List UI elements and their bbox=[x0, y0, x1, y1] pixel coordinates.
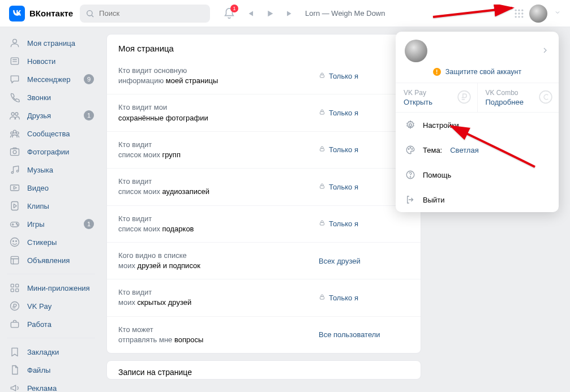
privacy-value[interactable]: Только я bbox=[319, 219, 409, 228]
sidebar-item-label: Работа bbox=[27, 320, 52, 329]
sidebar-item-chat[interactable]: Мессенджер 9 bbox=[5, 70, 97, 88]
news-icon bbox=[9, 55, 20, 67]
svg-line-1 bbox=[92, 15, 93, 17]
privacy-value[interactable]: Только я bbox=[319, 294, 409, 302]
theme-value: Светлая bbox=[450, 146, 478, 154]
sidebar-item-label: Друзья bbox=[27, 111, 51, 120]
sidebar-item-video[interactable]: Видео bbox=[5, 179, 97, 197]
profile-dropdown: ! Защитите свой аккаунт VK Pay Открыть V… bbox=[396, 32, 559, 212]
sidebar-item-adv[interactable]: Реклама bbox=[5, 379, 97, 392]
sidebar-item-label: Объявления bbox=[27, 256, 70, 265]
avatar[interactable] bbox=[529, 5, 547, 23]
search-input[interactable] bbox=[80, 5, 210, 23]
sidebar-item-news[interactable]: Новости bbox=[5, 52, 97, 70]
now-playing[interactable]: Lorn — Weigh Me Down bbox=[305, 9, 385, 18]
work-icon bbox=[9, 318, 20, 330]
lock-icon bbox=[319, 145, 325, 154]
sidebar-item-friends[interactable]: Друзья 1 bbox=[5, 106, 97, 124]
wall-card: Записи на странице bbox=[106, 360, 421, 380]
lock-icon bbox=[319, 72, 325, 80]
sidebar-item-label: Видео bbox=[27, 184, 49, 192]
svg-point-10 bbox=[521, 16, 523, 18]
sidebar-item-ads[interactable]: Объявления bbox=[5, 251, 97, 269]
help-icon bbox=[405, 169, 416, 180]
svg-point-5 bbox=[515, 12, 517, 14]
search-field[interactable] bbox=[99, 9, 204, 18]
search-icon bbox=[85, 9, 95, 18]
privacy-value[interactable]: Всех друзей bbox=[319, 257, 409, 265]
play-icon bbox=[265, 8, 275, 19]
sidebar-item-bookmark[interactable]: Закладки bbox=[5, 343, 97, 361]
sidebar: Моя страница Новости Мессенджер 9 Звонки… bbox=[0, 27, 102, 392]
theme-item[interactable]: Тема: Светлая bbox=[396, 137, 559, 162]
notifications-button[interactable]: 1 bbox=[219, 3, 239, 24]
svg-point-18 bbox=[11, 132, 13, 134]
svg-point-55 bbox=[410, 148, 411, 149]
sidebar-item-home[interactable]: Моя страница bbox=[5, 34, 97, 52]
sidebar-item-pay[interactable]: VK Pay bbox=[5, 297, 97, 315]
logo-badge-icon bbox=[9, 6, 25, 21]
privacy-row: Кто видит моисохранённые фотографии Толь… bbox=[107, 94, 421, 131]
sidebar-item-apps[interactable]: Мини-приложения bbox=[5, 279, 97, 297]
vk-pay-cell[interactable]: VK Pay Открыть bbox=[396, 83, 478, 112]
sidebar-item-photo[interactable]: Фотографии bbox=[5, 143, 97, 161]
privacy-value[interactable]: Все пользователи bbox=[319, 330, 409, 339]
svg-point-34 bbox=[13, 241, 14, 242]
privacy-value-text: Всех друзей bbox=[319, 257, 361, 265]
logout-label: Выйти bbox=[423, 196, 445, 204]
sidebar-item-sticker[interactable]: Стикеры bbox=[5, 233, 97, 251]
svg-point-3 bbox=[518, 9, 520, 11]
help-item[interactable]: Помощь bbox=[396, 162, 559, 187]
privacy-row: Кого видно в спискемоих друзей и подписо… bbox=[107, 243, 421, 279]
sidebar-item-label: Мессенджер bbox=[27, 75, 70, 84]
settings-item[interactable]: Настройки bbox=[396, 113, 559, 137]
header: ВКонтакте 1 Lorn — Weigh Me Down bbox=[0, 0, 570, 27]
sidebar-item-phone[interactable]: Звонки bbox=[5, 88, 97, 106]
svg-point-7 bbox=[521, 12, 523, 14]
notif-count: 1 bbox=[230, 5, 238, 12]
sidebar-item-clips[interactable]: Клипы bbox=[5, 197, 97, 215]
privacy-label: Кто видитсписок моих групп bbox=[118, 140, 319, 160]
svg-point-19 bbox=[16, 132, 19, 134]
sidebar-item-games[interactable]: Игры 1 bbox=[5, 215, 97, 233]
svg-point-51 bbox=[458, 91, 470, 103]
sidebar-badge: 9 bbox=[84, 74, 94, 84]
svg-rect-20 bbox=[11, 149, 19, 156]
next-track-button[interactable] bbox=[280, 3, 301, 24]
logo[interactable]: ВКонтакте bbox=[9, 6, 73, 21]
video-icon bbox=[9, 182, 20, 193]
profile-menu-toggle[interactable] bbox=[554, 9, 561, 18]
sidebar-item-music[interactable]: Музыка bbox=[5, 161, 97, 179]
sidebar-item-groups[interactable]: Сообщества bbox=[5, 124, 97, 143]
svg-rect-12 bbox=[11, 58, 18, 64]
sidebar-item-label: Мини-приложения bbox=[27, 284, 90, 292]
privacy-card: Моя страница Кто видит основнуюинформаци… bbox=[106, 34, 421, 354]
svg-point-2 bbox=[515, 9, 517, 11]
sidebar-item-work[interactable]: Работа bbox=[5, 315, 97, 333]
sidebar-item-label: Файлы bbox=[27, 366, 50, 374]
section-title: Записи на странице bbox=[107, 361, 421, 379]
phone-icon bbox=[9, 92, 20, 103]
dropdown-profile-link[interactable] bbox=[396, 32, 559, 68]
sidebar-item-label: Моя страница bbox=[27, 39, 75, 48]
sidebar-item-label: Музыка bbox=[27, 166, 53, 174]
combo-icon bbox=[538, 89, 553, 106]
svg-point-32 bbox=[17, 225, 18, 226]
logout-item[interactable]: Выйти bbox=[396, 187, 559, 212]
privacy-value-text: Только я bbox=[329, 294, 358, 302]
card-title: Моя страница bbox=[107, 35, 421, 58]
brand-text: ВКонтакте bbox=[29, 8, 73, 18]
sidebar-item-label: Звонки bbox=[27, 93, 51, 102]
prev-track-button[interactable] bbox=[239, 3, 260, 24]
next-icon bbox=[285, 8, 295, 19]
privacy-row: Кто можетотправлять мне вопросы Все поль… bbox=[107, 317, 421, 353]
privacy-label: Кто видитмоих скрытых друзей bbox=[118, 287, 319, 308]
sidebar-item-files[interactable]: Файлы bbox=[5, 361, 97, 379]
play-button[interactable] bbox=[260, 3, 280, 24]
sidebar-item-label: Сообщества bbox=[27, 130, 70, 138]
protect-account-link[interactable]: ! Защитите свой аккаунт bbox=[396, 68, 559, 83]
pay-icon bbox=[9, 300, 20, 312]
app-menu-button[interactable] bbox=[513, 8, 525, 19]
svg-point-11 bbox=[13, 39, 17, 43]
vk-combo-cell[interactable]: VK Combo Подробнее bbox=[478, 83, 559, 112]
